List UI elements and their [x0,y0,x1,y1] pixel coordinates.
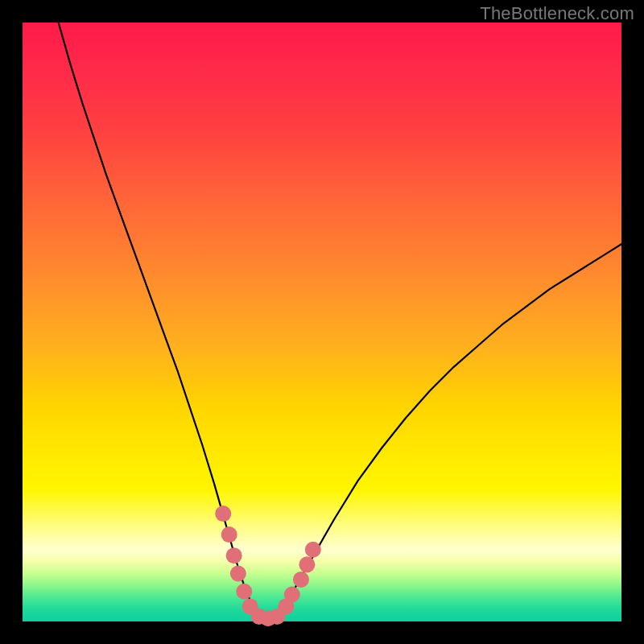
highlight-markers [215,506,321,626]
marker-dot [299,556,315,572]
plot-area [23,23,621,621]
marker-dot [236,584,252,600]
marker-dot [230,565,246,581]
marker-dot [305,542,321,558]
marker-dot [293,572,309,588]
watermark-text: TheBottleneck.com [480,3,634,24]
marker-dot [226,547,242,564]
chart-frame: TheBottleneck.com [0,0,644,644]
bottleneck-curve [59,23,621,619]
marker-dot [221,526,237,543]
marker-dot [215,506,231,522]
curve-layer [23,23,621,621]
marker-dot [284,587,300,603]
